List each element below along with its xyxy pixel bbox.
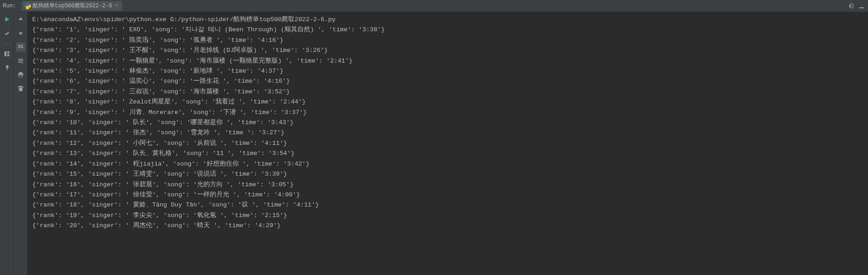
pin-button[interactable] <box>2 63 12 72</box>
run-tool-window: Run: 酷狗榜单top500爬取2022-2-6 × <box>0 0 868 275</box>
python-file-icon <box>24 3 31 9</box>
up-stack-button[interactable] <box>16 15 25 24</box>
run-header-right <box>847 2 865 10</box>
run-toolbar-secondary <box>14 12 28 275</box>
svg-rect-0 <box>859 7 864 8</box>
output-container: {'rank': '1', 'singer': ' EXO', 'song': … <box>32 26 385 229</box>
svg-rect-1 <box>4 52 6 57</box>
close-tab-icon[interactable]: × <box>114 3 119 9</box>
tab-title: 酷狗榜单top500爬取2022-2-6 <box>33 2 112 10</box>
svg-rect-3 <box>7 54 9 56</box>
run-body: E:\anacondaAZ\envs\spider\python.exe G:/… <box>0 12 868 275</box>
console-output[interactable]: E:\anacondaAZ\envs\spider\python.exe G:/… <box>28 12 868 275</box>
hide-icon[interactable] <box>858 2 865 10</box>
svg-rect-4 <box>19 72 22 74</box>
run-config-tab[interactable]: 酷狗榜单top500爬取2022-2-6 × <box>22 1 122 11</box>
layout-button[interactable] <box>2 49 12 58</box>
svg-rect-2 <box>7 52 9 53</box>
print-button[interactable] <box>16 70 25 79</box>
modify-run-config-button[interactable] <box>2 29 12 38</box>
run-header-left: Run: 酷狗榜单top500爬取2022-2-6 × <box>3 1 122 11</box>
run-toolbar-primary <box>0 12 14 275</box>
soft-wrap-button[interactable] <box>16 42 25 52</box>
run-label: Run: <box>3 3 16 9</box>
command-line: E:\anacondaAZ\envs\spider\python.exe G:/… <box>32 16 336 23</box>
down-stack-button[interactable] <box>16 29 25 38</box>
settings-icon[interactable] <box>847 2 854 10</box>
divider <box>3 43 11 44</box>
rerun-button[interactable] <box>2 15 12 24</box>
scroll-to-end-button[interactable] <box>16 56 25 65</box>
svg-rect-6 <box>19 75 22 77</box>
clear-all-button[interactable] <box>16 84 25 93</box>
run-header: Run: 酷狗榜单top500爬取2022-2-6 × <box>0 0 868 12</box>
